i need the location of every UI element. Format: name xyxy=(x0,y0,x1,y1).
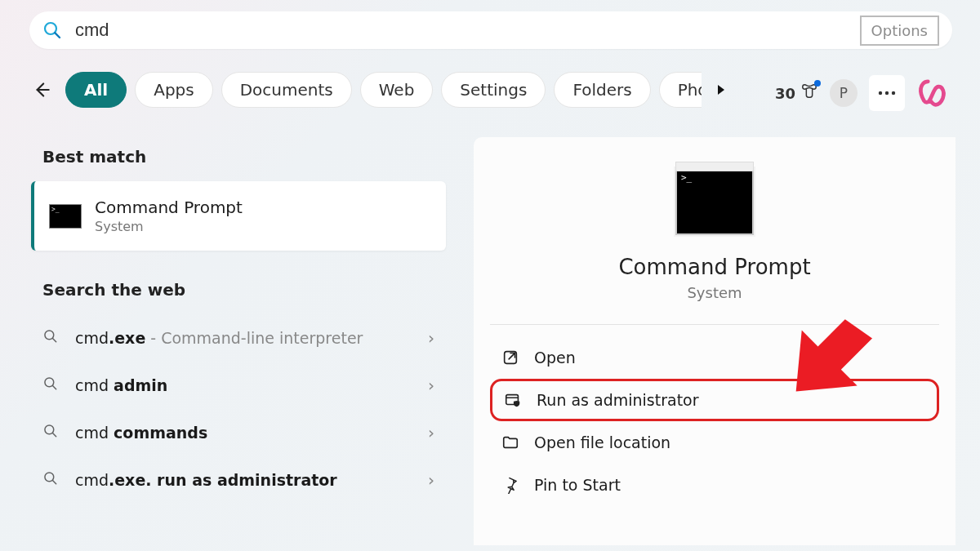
folder-icon xyxy=(500,433,521,451)
back-button[interactable] xyxy=(29,78,54,102)
filter-all[interactable]: All xyxy=(65,72,127,108)
command-prompt-large-icon xyxy=(675,168,754,235)
search-input[interactable] xyxy=(75,20,860,41)
web-result[interactable]: cmd.exe - Command-line interpreter › xyxy=(31,314,446,362)
chevron-right-icon: › xyxy=(428,328,434,348)
chevron-right-icon: › xyxy=(428,375,434,395)
web-result-label: cmd admin xyxy=(75,376,428,394)
svg-point-5 xyxy=(892,91,895,95)
rewards-icon xyxy=(800,82,818,104)
action-label: Pin to Start xyxy=(534,476,621,494)
web-result[interactable]: cmd commands › xyxy=(31,409,446,456)
shield-admin-icon xyxy=(502,391,523,409)
svg-line-11 xyxy=(53,433,56,437)
search-web-heading: Search the web xyxy=(42,280,446,300)
chevron-right-icon: › xyxy=(428,470,434,490)
web-result[interactable]: cmd.exe. run as administrator › xyxy=(31,456,446,504)
rewards-points[interactable]: 30 xyxy=(775,82,818,104)
search-bar[interactable]: Options xyxy=(29,11,952,49)
filter-folders[interactable]: Folders xyxy=(554,72,650,108)
search-icon xyxy=(42,328,60,348)
search-icon xyxy=(42,423,60,442)
web-result[interactable]: cmd admin › xyxy=(31,362,446,409)
search-icon xyxy=(42,375,60,395)
copilot-icon[interactable] xyxy=(916,78,947,109)
points-value: 30 xyxy=(775,85,795,102)
action-pin-to-start[interactable]: Pin to Start xyxy=(490,464,939,506)
preview-title: Command Prompt xyxy=(474,255,956,279)
web-results-list: cmd.exe - Command-line interpreter › cmd… xyxy=(31,314,446,504)
header-right-cluster: 30 P xyxy=(775,75,947,111)
best-match-heading: Best match xyxy=(42,147,446,167)
svg-line-9 xyxy=(53,386,56,389)
action-open-file-location[interactable]: Open file location xyxy=(490,421,939,464)
chevron-right-icon: › xyxy=(428,423,434,442)
action-open[interactable]: Open xyxy=(490,336,939,379)
filter-web[interactable]: Web xyxy=(360,72,434,108)
svg-line-1 xyxy=(55,33,60,38)
web-result-label: cmd.exe - Command-line interpreter xyxy=(75,329,428,347)
svg-point-3 xyxy=(879,91,882,95)
filter-photos[interactable]: Pho xyxy=(659,72,702,108)
preview-subtitle: System xyxy=(474,284,956,301)
action-label: Open xyxy=(534,349,576,367)
command-prompt-icon xyxy=(49,204,82,229)
best-match-result[interactable]: Command Prompt System xyxy=(31,181,446,251)
filters-scroll-right[interactable] xyxy=(713,82,729,98)
search-icon xyxy=(42,20,62,40)
search-icon xyxy=(42,470,60,490)
svg-line-13 xyxy=(53,481,56,484)
more-options[interactable] xyxy=(869,75,905,111)
svg-point-4 xyxy=(885,91,889,95)
options-button[interactable]: Options xyxy=(860,16,939,46)
filter-documents[interactable]: Documents xyxy=(221,72,352,108)
web-result-label: cmd commands xyxy=(75,424,428,442)
preview-panel: Command Prompt System Open Run as admini… xyxy=(474,137,956,545)
preview-actions: Open Run as administrator Open file loca… xyxy=(474,325,956,518)
best-match-subtitle: System xyxy=(95,219,243,234)
filter-settings[interactable]: Settings xyxy=(441,72,546,108)
results-left-column: Best match Command Prompt System Search … xyxy=(31,137,446,504)
pin-icon xyxy=(500,476,521,494)
best-match-title: Command Prompt xyxy=(95,198,243,217)
svg-line-7 xyxy=(53,339,56,342)
user-avatar[interactable]: P xyxy=(830,79,858,107)
open-external-icon xyxy=(500,349,521,367)
action-label: Run as administrator xyxy=(537,391,699,409)
filter-apps[interactable]: Apps xyxy=(135,72,213,108)
action-run-as-administrator[interactable]: Run as administrator xyxy=(490,379,939,421)
web-result-label: cmd.exe. run as administrator xyxy=(75,471,428,489)
action-label: Open file location xyxy=(534,433,670,451)
